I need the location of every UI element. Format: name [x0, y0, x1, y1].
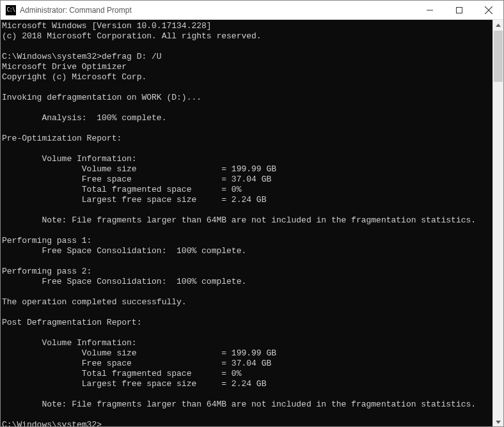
pass2-header: Performing pass 2:: [2, 267, 91, 276]
operation-completed: The operation completed successfully.: [2, 297, 187, 307]
scrollbar-thumb[interactable]: [494, 31, 503, 82]
pass1-line: Free Space Consolidation: 100% complete.: [2, 246, 246, 256]
svg-rect-1: [457, 7, 462, 13]
svg-marker-4: [496, 24, 501, 27]
scrollbar-track[interactable]: [493, 31, 503, 417]
window-titlebar: C:\ Administrator: Command Prompt: [1, 1, 503, 20]
console-output[interactable]: Microsoft Windows [Version 10.0.17134.22…: [1, 20, 492, 427]
maximize-button[interactable]: [445, 1, 474, 19]
fragmented-space-row: Total fragmented space = 0%: [2, 185, 241, 194]
window-controls: [415, 1, 503, 19]
volume-size-row-2: Volume size = 199.99 GB: [2, 348, 276, 358]
tool-copyright: Copyright (c) Microsoft Corp.: [2, 72, 146, 82]
fragmentation-note: Note: File fragments larger than 64MB ar…: [2, 215, 476, 225]
free-space-row: Free space = 37.04 GB: [2, 175, 271, 184]
scroll-up-arrow-icon[interactable]: [493, 20, 503, 31]
tool-name: Microsoft Drive Optimizer: [2, 62, 127, 72]
vertical-scrollbar[interactable]: [492, 20, 503, 427]
os-copyright: (c) 2018 Microsoft Corporation. All righ…: [2, 31, 262, 41]
pass1-header: Performing pass 1:: [2, 236, 91, 245]
prompt-prefix: C:\Windows\system32>: [2, 52, 102, 61]
close-button[interactable]: [474, 1, 503, 19]
window-title: Administrator: Command Prompt: [20, 6, 415, 15]
invoking-line: Invoking defragmentation on WORK (D:)...: [2, 93, 201, 102]
volume-size-row: Volume size = 199.99 GB: [2, 164, 276, 174]
analysis-line: Analysis: 100% complete.: [2, 113, 166, 123]
volume-info-header: Volume Information:: [2, 154, 137, 164]
scroll-down-arrow-icon[interactable]: [493, 417, 503, 427]
minimize-button[interactable]: [415, 1, 445, 19]
svg-marker-5: [496, 421, 501, 424]
largest-free-row: Largest free space size = 2.24 GB: [2, 195, 266, 205]
pass2-line: Free Space Consolidation: 100% complete.: [2, 277, 246, 286]
prompt-prefix-2: C:\Windows\system32>: [2, 420, 102, 427]
largest-free-row-2: Largest free space size = 2.24 GB: [2, 379, 266, 389]
volume-info-header-2: Volume Information:: [2, 338, 137, 348]
typed-command: defrag D: /U: [102, 52, 162, 61]
fragmented-space-row-2: Total fragmented space = 0%: [2, 369, 241, 378]
cmd-icon: C:\: [6, 5, 16, 15]
fragmentation-note-2: Note: File fragments larger than 64MB ar…: [2, 400, 476, 409]
post-report-header: Post Defragmentation Report:: [2, 318, 141, 327]
preopt-report-header: Pre-Optimization Report:: [2, 134, 122, 143]
os-banner: Microsoft Windows [Version 10.0.17134.22…: [2, 21, 212, 31]
window-client-area: Microsoft Windows [Version 10.0.17134.22…: [1, 20, 503, 427]
free-space-row-2: Free space = 37.04 GB: [2, 359, 271, 368]
